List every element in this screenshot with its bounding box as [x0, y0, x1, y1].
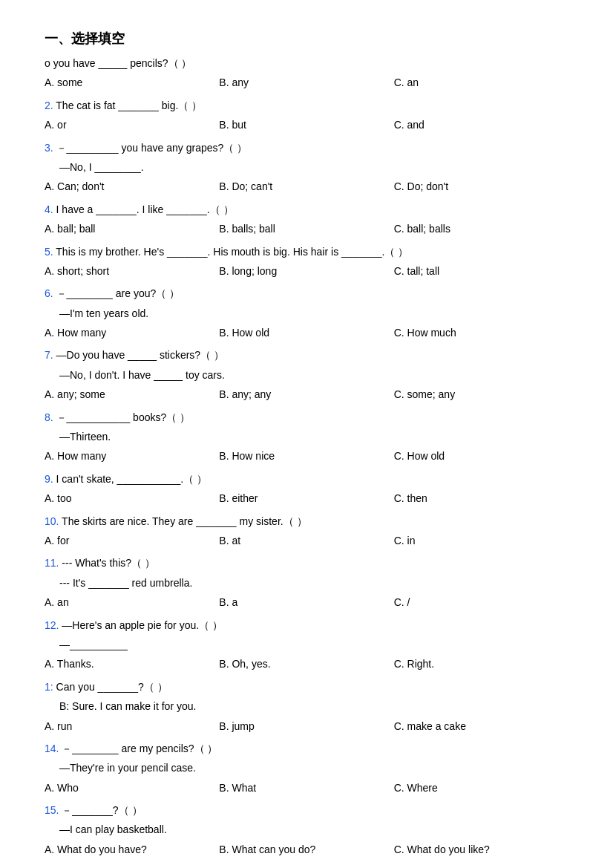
option-item: C. ball; balls	[394, 221, 568, 237]
option-item: C. Do; don't	[394, 178, 568, 195]
option-item: C. Where	[394, 780, 568, 796]
question-extra-line: —They're in your pencil case.	[59, 760, 568, 776]
question-number: 11.	[45, 557, 62, 569]
options-row: A. How manyB. How oldC. How much	[45, 324, 568, 341]
option-item: B. How old	[219, 324, 393, 341]
question-line: o you have _____ pencils?（ ）	[45, 55, 568, 71]
options-row: A. ball; ballB. balls; ballC. ball; ball…	[45, 221, 568, 237]
section-title: 一、选择填空	[45, 30, 568, 48]
options-row: A. anB. aC. /	[45, 594, 568, 610]
question-extra-line: B: Sure. I can make it for you.	[59, 698, 568, 714]
question-block: 8. －___________ books?（ ）—Thirteen.A. Ho…	[45, 409, 568, 465]
question-text: －_______?（ ）	[62, 804, 142, 816]
options-row: A. someB. anyC. an	[45, 74, 568, 91]
question-text: I have a _______. I like _______.（ ）	[56, 203, 234, 215]
option-item: A. How many	[45, 324, 219, 341]
option-item: C. an	[394, 74, 568, 91]
question-extra-line: --- It's _______ red umbrella.	[59, 575, 568, 591]
question-number: 5.	[45, 246, 56, 258]
options-row: A. runB. jumpC. make a cake	[45, 718, 568, 734]
option-item: C. Right.	[394, 656, 568, 672]
question-line: 7. —Do you have _____ stickers?（ ）	[45, 347, 568, 363]
option-item: B. a	[219, 594, 393, 610]
option-item: B. any; any	[219, 386, 393, 402]
question-block: 7. —Do you have _____ stickers?（ ）—No, I…	[45, 347, 568, 402]
question-extra-line: —I'm ten years old.	[59, 305, 568, 322]
option-item: A. What do you have?	[45, 841, 219, 858]
option-item: B. jump	[219, 718, 393, 734]
question-number: 4.	[45, 203, 56, 215]
question-line: 3. －_________ you have any grapes?（ ）	[45, 140, 568, 156]
options-row: A. Can; don'tB. Do; can'tC. Do; don't	[45, 178, 568, 195]
options-row: A. How manyB. How niceC. How old	[45, 448, 568, 464]
question-extra-line: —Thirteen.	[59, 428, 568, 445]
question-text: —Do you have _____ stickers?（ ）	[56, 349, 224, 361]
question-text: The skirts are nice. They are _______ my…	[62, 515, 306, 527]
option-item: A. ball; ball	[45, 221, 219, 237]
question-number: 10.	[45, 515, 62, 527]
question-line: 10. The skirts are nice. They are ______…	[45, 513, 568, 529]
option-item: A. some	[45, 74, 219, 91]
option-item: B. What	[219, 780, 393, 796]
question-text: This is my brother. He's _______. His mo…	[56, 246, 408, 258]
option-item: B. balls; ball	[219, 221, 393, 237]
question-line: 4. I have a _______. I like _______.（ ）	[45, 201, 568, 218]
question-number: 8.	[45, 411, 56, 423]
question-text: --- What's this?（ ）	[62, 557, 155, 569]
question-extra-line: —No, I ________.	[59, 159, 568, 175]
option-item: C. in	[394, 532, 568, 549]
option-item: B. either	[219, 490, 393, 506]
question-block: 10. The skirts are nice. They are ______…	[45, 513, 568, 549]
options-row: A. What do you have?B. What can you do?C…	[45, 841, 568, 858]
question-number: 12.	[45, 619, 62, 631]
option-item: A. any; some	[45, 386, 219, 402]
options-row: A. any; someB. any; anyC. some; any	[45, 386, 568, 402]
option-item: A. or	[45, 117, 219, 133]
question-line: 8. －___________ books?（ ）	[45, 409, 568, 425]
question-text: －________ are my pencils?（ ）	[62, 743, 217, 754]
question-text: I can't skate, ___________.（ ）	[56, 473, 207, 485]
question-block: 9. I can't skate, ___________.（ ）A. tooB…	[45, 471, 568, 507]
question-text: o you have _____ pencils?（ ）	[45, 57, 191, 69]
question-line: 2. The cat is fat _______ big.（ ）	[45, 97, 568, 114]
option-item: C. tall; tall	[394, 263, 568, 279]
question-block: 3. －_________ you have any grapes?（ ）—No…	[45, 140, 568, 195]
question-extra-line: —I can play basketball.	[59, 821, 568, 838]
option-item: B. Do; can't	[219, 178, 393, 195]
question-text: The cat is fat _______ big.（ ）	[56, 99, 202, 111]
question-block: 1: Can you _______?（ ）B: Sure. I can mak…	[45, 679, 568, 734]
question-text: Can you _______?（ ）	[56, 681, 168, 693]
question-block: 2. The cat is fat _______ big.（ ）A. orB.…	[45, 97, 568, 134]
option-item: C. How old	[394, 448, 568, 464]
option-item: C. some; any	[394, 386, 568, 402]
option-item: B. long; long	[219, 263, 393, 279]
options-row: A. orB. butC. and	[45, 117, 568, 133]
option-item: B. Oh, yes.	[219, 656, 393, 672]
option-item: A. an	[45, 594, 219, 610]
question-number: 14.	[45, 743, 62, 754]
option-item: A. Thanks.	[45, 656, 219, 672]
option-item: A. too	[45, 490, 219, 506]
option-item: A. Can; don't	[45, 178, 219, 195]
option-item: C. make a cake	[394, 718, 568, 734]
option-item: A. Who	[45, 780, 219, 796]
question-extra-line: —No, I don't. I have _____ toy cars.	[59, 367, 568, 383]
question-line: 5. This is my brother. He's _______. His…	[45, 244, 568, 260]
question-extra-line: —__________	[59, 636, 568, 653]
option-item: C. and	[394, 117, 568, 133]
question-line: 9. I can't skate, ___________.（ ）	[45, 471, 568, 487]
option-item: B. How nice	[219, 448, 393, 464]
options-row: A. forB. atC. in	[45, 532, 568, 549]
option-item: A. short; short	[45, 263, 219, 279]
question-number: 2.	[45, 99, 56, 111]
options-row: A. tooB. eitherC. then	[45, 490, 568, 506]
question-line: 15. －_______?（ ）	[45, 802, 568, 818]
option-item: A. run	[45, 718, 219, 734]
question-block: 4. I have a _______. I like _______.（ ）A…	[45, 201, 568, 238]
options-row: A. Thanks.B. Oh, yes.C. Right.	[45, 656, 568, 672]
question-block: 12. —Here's an apple pie for you.（ ）—___…	[45, 617, 568, 673]
question-number: 15.	[45, 804, 62, 816]
question-number: 1:	[45, 681, 56, 693]
option-item: B. any	[219, 74, 393, 91]
question-number: 6.	[45, 287, 56, 299]
